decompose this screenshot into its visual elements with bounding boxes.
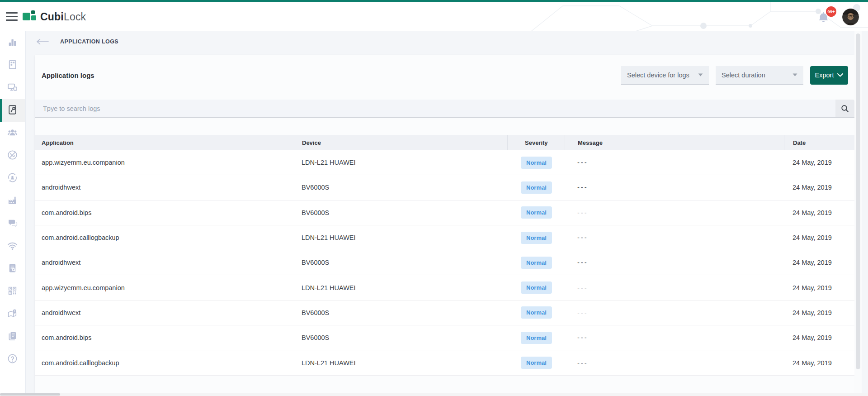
date-cell: 24 May, 2019 (784, 234, 848, 241)
sidebar-item-device-apps[interactable] (0, 54, 25, 76)
device-cell: BV6000S (295, 334, 507, 341)
table-row: androidhwextBV6000SNormal---24 May, 2019 (35, 175, 854, 200)
severity-cell: Normal (507, 332, 565, 344)
sidebar-item-messages[interactable] (0, 212, 25, 235)
cubilock-logo-icon (23, 10, 37, 24)
severity-cell: Normal (507, 232, 565, 244)
device-cell: LDN-L21 HUAWEI (295, 284, 507, 291)
call-restriction-icon (7, 150, 18, 162)
back-button[interactable] (36, 38, 49, 45)
messages-icon (7, 218, 18, 230)
export-button[interactable]: Export (810, 66, 848, 85)
column-header-date: Date (784, 135, 848, 150)
sidebar-item-application-logs[interactable] (0, 99, 25, 122)
notifications-button[interactable]: 99+ (817, 11, 830, 23)
horizontal-scrollbar-thumb[interactable] (0, 393, 60, 396)
search-bar (35, 100, 854, 118)
panel-controls: Select device for logs Select duration E… (621, 66, 848, 85)
vertical-scrollbar-thumb[interactable] (856, 33, 860, 369)
severity-badge: Normal (521, 357, 552, 369)
device-cell: LDN-L21 HUAWEI (295, 359, 507, 367)
duration-filter-select[interactable]: Select duration (716, 66, 803, 85)
sidebar-item-call-restriction[interactable] (0, 144, 25, 167)
column-header-severity: Severity (507, 135, 565, 150)
table-body: app.wizyemm.eu.companionLDN-L21 HUAWEINo… (35, 150, 854, 376)
search-button[interactable] (835, 100, 854, 118)
application-cell: androidhwext (42, 259, 295, 266)
severity-badge: Normal (521, 157, 552, 169)
sidebar-item-wifi[interactable] (0, 235, 25, 258)
severity-cell: Normal (507, 257, 565, 269)
application-cell: com.android.calllogbackup (42, 234, 295, 241)
chevron-down-icon (698, 73, 703, 76)
kiosk-docs-icon (7, 263, 18, 275)
brand-name: CubiLock (40, 11, 86, 23)
panel-header: Application logs Select device for logs … (35, 55, 854, 95)
chevron-down-icon (837, 73, 843, 77)
date-cell: 24 May, 2019 (784, 209, 848, 216)
device-filter-value: Select device for logs (627, 72, 689, 79)
logs-table: Application Device Severity Message Date… (35, 135, 854, 376)
application-cell: com.android.bips (42, 334, 295, 341)
application-cell: com.android.bips (42, 209, 295, 216)
qr-enrollment-icon (7, 286, 18, 298)
dashboard-icon (7, 37, 18, 49)
device-apps-icon (7, 59, 18, 72)
logs-search-input[interactable] (35, 100, 835, 118)
menu-toggle-button[interactable] (6, 12, 18, 21)
panel-title: Application logs (42, 72, 94, 79)
application-cell: app.wizyemm.eu.companion (42, 284, 295, 291)
table-row: app.wizyemm.eu.companionLDN-L21 HUAWEINo… (35, 275, 854, 300)
severity-badge: Normal (521, 332, 552, 344)
severity-badge: Normal (521, 181, 552, 194)
table-row: com.android.calllogbackupLDN-L21 HUAWEIN… (35, 225, 854, 250)
severity-cell: Normal (507, 181, 565, 194)
page-title: APPLICATION LOGS (60, 38, 118, 45)
top-accent-bar (0, 0, 868, 2)
table-row: com.android.calllogbackupLDN-L21 HUAWEIN… (35, 350, 854, 375)
devices-icon (7, 82, 18, 94)
device-cell: BV6000S (295, 259, 507, 266)
date-cell: 24 May, 2019 (784, 334, 848, 341)
device-filter-select[interactable]: Select device for logs (621, 66, 709, 85)
reports-icon (7, 331, 18, 343)
device-cell: BV6000S (295, 309, 507, 316)
date-cell: 24 May, 2019 (784, 259, 848, 266)
device-cell: BV6000S (295, 209, 507, 216)
chevron-down-icon (793, 73, 797, 76)
application-logs-panel: Application logs Select device for logs … (35, 55, 854, 393)
header-decor-pattern (524, 2, 868, 31)
sidebar-item-reports[interactable] (0, 325, 25, 348)
help-icon (7, 353, 18, 366)
column-header-message: Message (565, 135, 784, 150)
sidebar-item-devices[interactable] (0, 76, 25, 99)
column-header-device: Device (295, 135, 507, 150)
severity-badge: Normal (521, 232, 552, 244)
severity-badge: Normal (521, 206, 552, 219)
sidebar-item-users[interactable] (0, 122, 25, 144)
sidebar-item-qr-enrollment[interactable] (0, 280, 25, 303)
severity-cell: Normal (507, 281, 565, 294)
message-cell: --- (565, 334, 784, 341)
table-row: androidhwextBV6000SNormal---24 May, 2019 (35, 301, 854, 325)
sidebar-item-geofence[interactable] (0, 303, 25, 325)
message-cell: --- (565, 234, 784, 241)
message-cell: --- (565, 159, 784, 166)
sidebar-nav (0, 31, 25, 393)
severity-cell: Normal (507, 157, 565, 169)
sidebar-item-user-sync[interactable] (0, 167, 25, 190)
severity-cell: Normal (507, 306, 565, 319)
sidebar-item-kiosk-docs[interactable] (0, 258, 25, 280)
severity-badge: Normal (521, 257, 552, 269)
date-cell: 24 May, 2019 (784, 359, 848, 367)
user-sync-icon (7, 172, 18, 185)
brand-logo[interactable]: CubiLock (23, 2, 86, 31)
sidebar-item-help[interactable] (0, 348, 25, 371)
table-row: com.android.bipsBV6000SNormal---24 May, … (35, 200, 854, 225)
duration-filter-value: Select duration (722, 72, 765, 79)
user-avatar[interactable] (842, 9, 859, 25)
sidebar-item-enterprise[interactable] (0, 190, 25, 212)
topbar: CubiLock 99+ (0, 2, 868, 31)
sidebar-item-dashboard[interactable] (0, 31, 25, 54)
device-cell: BV6000S (295, 184, 507, 191)
